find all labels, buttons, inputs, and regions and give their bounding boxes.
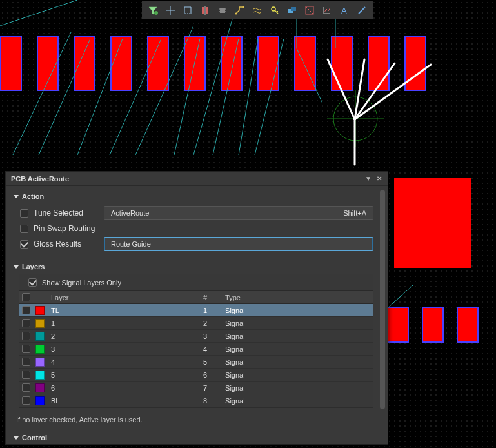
layer-row[interactable]: TL1Signal bbox=[19, 304, 373, 317]
graph-icon[interactable] bbox=[319, 3, 335, 17]
panel-close-icon[interactable]: ✕ bbox=[375, 174, 384, 183]
section-header-layers[interactable]: Layers bbox=[11, 259, 376, 274]
pcb-pad[interactable] bbox=[457, 307, 479, 343]
rectangle-select-icon[interactable] bbox=[179, 3, 196, 17]
route-guide-button[interactable]: Route Guide bbox=[104, 237, 373, 251]
route-guide-button-label: Route Guide bbox=[111, 240, 151, 248]
svg-line-24 bbox=[359, 7, 365, 14]
section-title: Control bbox=[22, 434, 47, 442]
activeroute-button-label: ActiveRoute bbox=[111, 209, 149, 217]
layer-row[interactable]: 12Signal bbox=[19, 317, 373, 330]
layer-num: 4 bbox=[188, 343, 211, 356]
key-icon[interactable] bbox=[266, 3, 283, 17]
pcb-pads-lower bbox=[387, 307, 479, 343]
section-header-control[interactable]: Control bbox=[11, 430, 376, 444]
layer-row-checkbox[interactable] bbox=[22, 383, 30, 392]
col-num[interactable]: # bbox=[188, 291, 211, 304]
route-icon[interactable] bbox=[232, 3, 248, 17]
activeroute-panel: PCB ActiveRoute ▼ ✕ Action Tune Selected… bbox=[5, 171, 388, 445]
pcb-pad[interactable] bbox=[368, 36, 390, 91]
pcb-pad[interactable] bbox=[404, 36, 426, 91]
pcb-pad[interactable] bbox=[0, 36, 22, 91]
layer-row-checkbox[interactable] bbox=[22, 345, 30, 353]
layer-color-swatch[interactable] bbox=[35, 332, 45, 341]
svg-rect-4 bbox=[202, 7, 204, 14]
layer-num: 5 bbox=[188, 356, 211, 369]
col-type[interactable]: Type bbox=[221, 291, 373, 304]
layers-check-all[interactable] bbox=[22, 293, 30, 301]
svg-point-13 bbox=[243, 6, 244, 8]
layer-row[interactable]: BL8Signal bbox=[19, 394, 373, 407]
pcb-toolbar: A bbox=[142, 1, 373, 19]
layer-num: 1 bbox=[188, 304, 211, 317]
layer-num: 3 bbox=[188, 330, 211, 343]
activeroute-shortcut: Shift+A bbox=[343, 209, 366, 217]
gloss-results-checkbox[interactable] bbox=[20, 240, 28, 249]
layer-flip-icon[interactable] bbox=[284, 3, 301, 17]
pcb-pad[interactable] bbox=[74, 36, 95, 91]
panel-title: PCB ActiveRoute bbox=[11, 175, 69, 183]
show-signal-layers-checkbox[interactable] bbox=[28, 278, 37, 287]
pcb-pad[interactable] bbox=[37, 36, 59, 91]
ic-icon[interactable] bbox=[214, 3, 231, 17]
crosshair-icon[interactable] bbox=[162, 3, 179, 17]
layer-color-swatch[interactable] bbox=[35, 358, 45, 367]
panel-titlebar[interactable]: PCB ActiveRoute ▼ ✕ bbox=[6, 172, 388, 186]
pcb-pad[interactable] bbox=[110, 36, 132, 91]
line-icon[interactable] bbox=[353, 3, 370, 17]
activeroute-button[interactable]: ActiveRoute Shift+A bbox=[104, 206, 373, 220]
layer-row[interactable]: 45Signal bbox=[19, 356, 373, 369]
section-title: Layers bbox=[22, 263, 45, 270]
panel-dropdown-icon[interactable]: ▼ bbox=[364, 174, 373, 183]
layer-num: 6 bbox=[188, 369, 211, 382]
section-header-action[interactable]: Action bbox=[11, 188, 376, 203]
pin-swap-checkbox[interactable] bbox=[20, 225, 28, 233]
layer-type: Signal bbox=[221, 369, 373, 382]
layer-color-swatch[interactable] bbox=[35, 371, 45, 380]
pcb-pad[interactable] bbox=[422, 307, 444, 343]
layer-row[interactable]: 23Signal bbox=[19, 330, 373, 343]
panel-scrollbar[interactable] bbox=[380, 190, 385, 440]
pcb-pad[interactable] bbox=[294, 36, 316, 91]
layer-name: 6 bbox=[47, 382, 188, 394]
layer-row-checkbox[interactable] bbox=[22, 396, 30, 405]
layer-name: 2 bbox=[47, 330, 188, 343]
layer-color-swatch[interactable] bbox=[35, 383, 45, 392]
pcb-pad[interactable] bbox=[221, 36, 243, 91]
layer-color-swatch[interactable] bbox=[35, 306, 45, 315]
text-icon[interactable]: A bbox=[336, 3, 353, 17]
layer-row-checkbox[interactable] bbox=[22, 358, 30, 366]
layer-color-swatch[interactable] bbox=[35, 345, 45, 354]
layer-name: 1 bbox=[47, 317, 188, 330]
layer-row[interactable]: 56Signal bbox=[19, 369, 373, 382]
pcb-pad[interactable] bbox=[147, 36, 169, 91]
align-icon[interactable] bbox=[197, 3, 213, 17]
layer-row-checkbox[interactable] bbox=[22, 319, 30, 327]
diff-pair-icon[interactable] bbox=[249, 3, 266, 17]
layer-row-checkbox[interactable] bbox=[22, 371, 30, 379]
tune-selected-checkbox[interactable] bbox=[20, 209, 28, 218]
pcb-pad[interactable] bbox=[331, 36, 353, 91]
collapse-icon bbox=[14, 195, 19, 198]
pcb-pad[interactable] bbox=[387, 307, 409, 343]
pcb-copper-region[interactable] bbox=[394, 178, 471, 268]
layer-row-checkbox[interactable] bbox=[22, 332, 30, 340]
pcb-pad[interactable] bbox=[184, 36, 206, 91]
layers-table: Layer # Type TL1Signal12Signal23Signal34… bbox=[19, 290, 373, 407]
svg-rect-18 bbox=[291, 7, 296, 11]
filter-icon[interactable] bbox=[144, 3, 161, 17]
col-layer[interactable]: Layer bbox=[47, 291, 188, 304]
layers-footnote: If no layer checked, Active layer is use… bbox=[14, 412, 373, 425]
layer-row[interactable]: 67Signal bbox=[19, 382, 373, 394]
layer-type: Signal bbox=[221, 382, 373, 394]
layer-name: TL bbox=[47, 304, 188, 317]
layer-row-checkbox[interactable] bbox=[22, 306, 30, 314]
pcb-pad[interactable] bbox=[257, 36, 279, 91]
measure-icon[interactable] bbox=[301, 3, 318, 17]
layer-name: BL bbox=[47, 394, 188, 407]
layer-type: Signal bbox=[221, 304, 373, 317]
layer-row[interactable]: 34Signal bbox=[19, 343, 373, 356]
layer-name: 5 bbox=[47, 369, 188, 382]
layer-color-swatch[interactable] bbox=[35, 396, 45, 405]
layer-color-swatch[interactable] bbox=[35, 319, 45, 328]
